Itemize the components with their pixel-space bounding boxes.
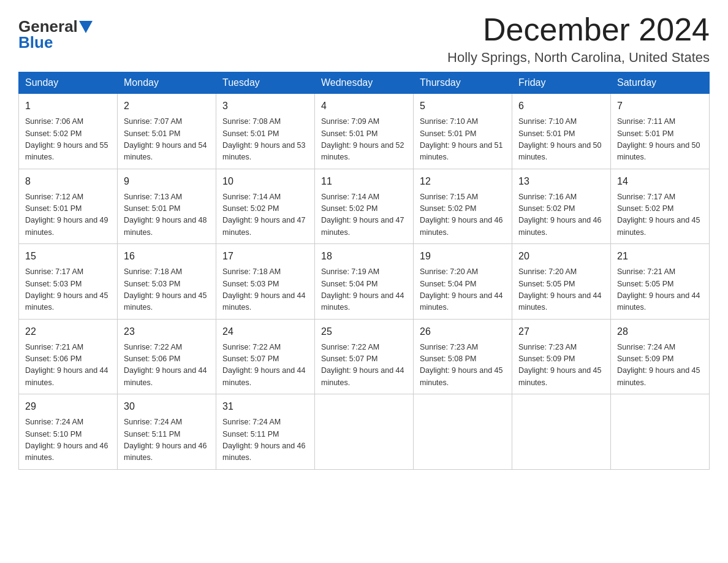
day-info: Sunrise: 7:21 AMSunset: 5:05 PMDaylight:…	[617, 266, 703, 314]
day-info: Sunrise: 7:22 AMSunset: 5:07 PMDaylight:…	[321, 342, 407, 389]
calendar-day-cell: 5 Sunrise: 7:10 AMSunset: 5:01 PMDayligh…	[414, 94, 512, 169]
day-number: 3	[222, 99, 308, 113]
day-info: Sunrise: 7:09 AMSunset: 5:01 PMDaylight:…	[321, 116, 407, 164]
calendar-day-cell	[611, 394, 710, 470]
calendar-day-cell: 28 Sunrise: 7:24 AMSunset: 5:09 PMDaylig…	[611, 319, 710, 394]
day-number: 28	[617, 324, 703, 339]
day-number: 21	[617, 249, 703, 264]
day-info: Sunrise: 7:23 AMSunset: 5:09 PMDaylight:…	[518, 342, 604, 389]
calendar-week-row: 29 Sunrise: 7:24 AMSunset: 5:10 PMDaylig…	[19, 394, 710, 470]
day-info: Sunrise: 7:12 AMSunset: 5:01 PMDaylight:…	[25, 191, 111, 239]
weekday-header-tuesday: Tuesday	[216, 72, 315, 94]
day-number: 22	[25, 324, 111, 339]
day-number: 18	[321, 249, 407, 264]
calendar-day-cell: 21 Sunrise: 7:21 AMSunset: 5:05 PMDaylig…	[611, 244, 710, 320]
day-number: 2	[124, 99, 210, 113]
calendar-day-cell: 23 Sunrise: 7:22 AMSunset: 5:06 PMDaylig…	[118, 319, 216, 394]
calendar-day-cell	[315, 394, 414, 470]
day-info: Sunrise: 7:24 AMSunset: 5:11 PMDaylight:…	[124, 416, 210, 464]
calendar-day-cell: 3 Sunrise: 7:08 AMSunset: 5:01 PMDayligh…	[216, 94, 315, 169]
day-number: 17	[222, 249, 308, 264]
day-number: 25	[321, 324, 407, 339]
logo-general-text: General	[18, 18, 78, 34]
day-info: Sunrise: 7:24 AMSunset: 5:10 PMDaylight:…	[25, 416, 111, 464]
day-info: Sunrise: 7:17 AMSunset: 5:02 PMDaylight:…	[617, 191, 703, 239]
calendar-day-cell: 25 Sunrise: 7:22 AMSunset: 5:07 PMDaylig…	[315, 319, 414, 394]
calendar-day-cell: 11 Sunrise: 7:14 AMSunset: 5:02 PMDaylig…	[315, 169, 414, 244]
day-info: Sunrise: 7:06 AMSunset: 5:02 PMDaylight:…	[25, 116, 111, 164]
calendar-day-cell: 10 Sunrise: 7:14 AMSunset: 5:02 PMDaylig…	[216, 169, 315, 244]
page-header: General Blue December 2024 Holly Springs…	[18, 12, 710, 66]
day-number: 6	[518, 99, 604, 113]
day-number: 30	[124, 399, 210, 414]
day-number: 7	[617, 99, 703, 113]
day-number: 19	[420, 249, 506, 264]
calendar-week-row: 15 Sunrise: 7:17 AMSunset: 5:03 PMDaylig…	[19, 244, 710, 320]
calendar-day-cell: 24 Sunrise: 7:22 AMSunset: 5:07 PMDaylig…	[216, 319, 315, 394]
calendar-day-cell: 26 Sunrise: 7:23 AMSunset: 5:08 PMDaylig…	[414, 319, 512, 394]
day-number: 5	[420, 99, 506, 113]
day-number: 20	[518, 249, 604, 264]
day-number: 29	[25, 399, 111, 414]
month-title: December 2024	[447, 12, 710, 47]
day-info: Sunrise: 7:23 AMSunset: 5:08 PMDaylight:…	[420, 342, 506, 389]
logo: General Blue	[18, 12, 93, 50]
day-info: Sunrise: 7:20 AMSunset: 5:04 PMDaylight:…	[420, 266, 506, 314]
weekday-header-saturday: Saturday	[611, 72, 710, 94]
day-number: 23	[124, 324, 210, 339]
calendar-day-cell: 9 Sunrise: 7:13 AMSunset: 5:01 PMDayligh…	[118, 169, 216, 244]
day-info: Sunrise: 7:18 AMSunset: 5:03 PMDaylight:…	[222, 266, 308, 314]
day-number: 9	[124, 174, 210, 189]
day-info: Sunrise: 7:10 AMSunset: 5:01 PMDaylight:…	[420, 116, 506, 164]
day-number: 11	[321, 174, 407, 189]
calendar-day-cell: 7 Sunrise: 7:11 AMSunset: 5:01 PMDayligh…	[611, 94, 710, 169]
calendar-day-cell: 27 Sunrise: 7:23 AMSunset: 5:09 PMDaylig…	[512, 319, 611, 394]
day-info: Sunrise: 7:16 AMSunset: 5:02 PMDaylight:…	[518, 191, 604, 239]
calendar-day-cell: 19 Sunrise: 7:20 AMSunset: 5:04 PMDaylig…	[414, 244, 512, 320]
calendar-day-cell	[414, 394, 512, 470]
calendar-day-cell: 20 Sunrise: 7:20 AMSunset: 5:05 PMDaylig…	[512, 244, 611, 320]
weekday-header-monday: Monday	[118, 72, 216, 94]
weekday-header-wednesday: Wednesday	[315, 72, 414, 94]
day-number: 12	[420, 174, 506, 189]
calendar-day-cell	[512, 394, 611, 470]
calendar-day-cell: 1 Sunrise: 7:06 AMSunset: 5:02 PMDayligh…	[19, 94, 118, 169]
calendar-day-cell: 4 Sunrise: 7:09 AMSunset: 5:01 PMDayligh…	[315, 94, 414, 169]
day-number: 14	[617, 174, 703, 189]
weekday-header-friday: Friday	[512, 72, 611, 94]
location-subtitle: Holly Springs, North Carolina, United St…	[447, 50, 710, 66]
day-info: Sunrise: 7:17 AMSunset: 5:03 PMDaylight:…	[25, 266, 111, 314]
calendar-day-cell: 16 Sunrise: 7:18 AMSunset: 5:03 PMDaylig…	[118, 244, 216, 320]
day-info: Sunrise: 7:13 AMSunset: 5:01 PMDaylight:…	[124, 191, 210, 239]
day-number: 31	[222, 399, 308, 414]
day-info: Sunrise: 7:24 AMSunset: 5:11 PMDaylight:…	[222, 416, 308, 464]
weekday-header-row: SundayMondayTuesdayWednesdayThursdayFrid…	[19, 72, 710, 94]
calendar-week-row: 8 Sunrise: 7:12 AMSunset: 5:01 PMDayligh…	[19, 169, 710, 244]
title-area: December 2024 Holly Springs, North Carol…	[447, 12, 710, 66]
logo-blue-text: Blue	[18, 34, 53, 50]
day-number: 1	[25, 99, 111, 113]
day-info: Sunrise: 7:22 AMSunset: 5:06 PMDaylight:…	[124, 342, 210, 389]
calendar-day-cell: 18 Sunrise: 7:19 AMSunset: 5:04 PMDaylig…	[315, 244, 414, 320]
day-number: 26	[420, 324, 506, 339]
day-number: 13	[518, 174, 604, 189]
calendar-day-cell: 17 Sunrise: 7:18 AMSunset: 5:03 PMDaylig…	[216, 244, 315, 320]
day-info: Sunrise: 7:07 AMSunset: 5:01 PMDaylight:…	[124, 116, 210, 164]
day-info: Sunrise: 7:15 AMSunset: 5:02 PMDaylight:…	[420, 191, 506, 239]
weekday-header-thursday: Thursday	[414, 72, 512, 94]
calendar-day-cell: 30 Sunrise: 7:24 AMSunset: 5:11 PMDaylig…	[118, 394, 216, 470]
calendar-day-cell: 13 Sunrise: 7:16 AMSunset: 5:02 PMDaylig…	[512, 169, 611, 244]
day-info: Sunrise: 7:10 AMSunset: 5:01 PMDaylight:…	[518, 116, 604, 164]
calendar-day-cell: 31 Sunrise: 7:24 AMSunset: 5:11 PMDaylig…	[216, 394, 315, 470]
day-number: 24	[222, 324, 308, 339]
weekday-header-sunday: Sunday	[19, 72, 118, 94]
day-info: Sunrise: 7:14 AMSunset: 5:02 PMDaylight:…	[321, 191, 407, 239]
day-number: 10	[222, 174, 308, 189]
day-number: 8	[25, 174, 111, 189]
day-info: Sunrise: 7:18 AMSunset: 5:03 PMDaylight:…	[124, 266, 210, 314]
calendar-day-cell: 12 Sunrise: 7:15 AMSunset: 5:02 PMDaylig…	[414, 169, 512, 244]
day-info: Sunrise: 7:08 AMSunset: 5:01 PMDaylight:…	[222, 116, 308, 164]
day-info: Sunrise: 7:22 AMSunset: 5:07 PMDaylight:…	[222, 342, 308, 389]
day-info: Sunrise: 7:14 AMSunset: 5:02 PMDaylight:…	[222, 191, 308, 239]
day-info: Sunrise: 7:19 AMSunset: 5:04 PMDaylight:…	[321, 266, 407, 314]
